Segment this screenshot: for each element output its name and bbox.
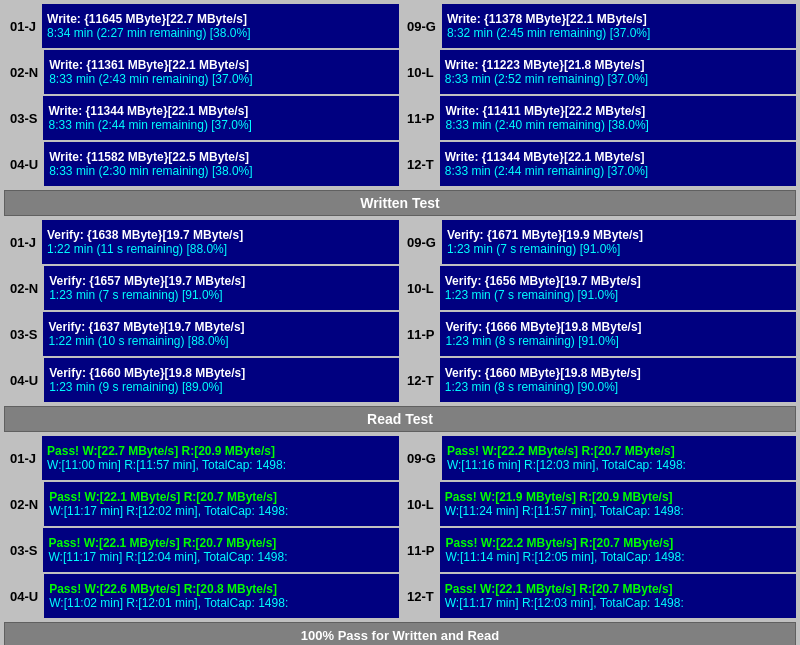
drive-cell: Pass! W:[22.1 MByte/s] R:[20.7 MByte/s]W… [44,482,399,526]
cell-line1: Pass! W:[22.2 MByte/s] R:[20.7 MByte/s] [445,536,791,550]
verify-section: 01-JVerify: {1638 MByte}[19.7 MByte/s]1:… [4,220,796,402]
drive-id: 02-N [4,482,44,526]
cell-line1: Verify: {1666 MByte}[19.8 MByte/s] [445,320,791,334]
drive-id: 09-G [401,436,442,480]
drive-cell: Verify: {1638 MByte}[19.7 MByte/s]1:22 m… [42,220,399,264]
read-section: 01-JPass! W:[22.7 MByte/s] R:[20.9 MByte… [4,436,796,618]
cell-line2: W:[11:17 min] R:[12:02 min], TotalCap: 1… [49,504,394,518]
cell-line2: 8:33 min (2:43 min remaining) [37.0%] [49,72,394,86]
row-right-09g: 09-GWrite: {11378 MByte}[22.1 MByte/s]8:… [401,4,796,48]
drive-cell: Write: {11344 MByte}[22.1 MByte/s]8:33 m… [440,142,796,186]
cell-line2: 8:33 min (2:44 min remaining) [37.0%] [445,164,791,178]
row-left-01j: 01-JVerify: {1638 MByte}[19.7 MByte/s]1:… [4,220,399,264]
cell-line2: W:[11:17 min] R:[12:03 min], TotalCap: 1… [445,596,791,610]
row-right-12t: 12-TVerify: {1660 MByte}[19.8 MByte/s]1:… [401,358,796,402]
cell-line2: W:[11:00 min] R:[11:57 min], TotalCap: 1… [47,458,394,472]
cell-line2: 1:23 min (8 s remaining) [91.0%] [445,334,791,348]
drive-id: 12-T [401,574,440,618]
cell-line1: Verify: {1638 MByte}[19.7 MByte/s] [47,228,394,242]
drive-id: 04-U [4,142,44,186]
drive-cell: Write: {11223 MByte}[21.8 MByte/s]8:33 m… [440,50,796,94]
drive-id: 01-J [4,436,42,480]
cell-line1: Write: {11582 MByte}[22.5 MByte/s] [49,150,394,164]
written-test-label: Written Test [4,190,796,216]
drive-cell: Verify: {1656 MByte}[19.7 MByte/s]1:23 m… [440,266,796,310]
row-left-04u: 04-UWrite: {11582 MByte}[22.5 MByte/s]8:… [4,142,399,186]
drive-id: 11-P [401,96,440,140]
cell-line2: W:[11:16 min] R:[12:03 min], TotalCap: 1… [447,458,791,472]
drive-cell: Pass! W:[22.2 MByte/s] R:[20.7 MByte/s]W… [440,528,796,572]
drive-cell: Verify: {1660 MByte}[19.8 MByte/s]1:23 m… [44,358,399,402]
cell-line1: Pass! W:[22.2 MByte/s] R:[20.7 MByte/s] [447,444,791,458]
row-left-01j: 01-JWrite: {11645 MByte}[22.7 MByte/s]8:… [4,4,399,48]
drive-cell: Write: {11645 MByte}[22.7 MByte/s]8:34 m… [42,4,399,48]
drive-id: 01-J [4,220,42,264]
row-left-03s: 03-SWrite: {11344 MByte}[22.1 MByte/s]8:… [4,96,399,140]
row-right-10l: 10-LWrite: {11223 MByte}[21.8 MByte/s]8:… [401,50,796,94]
cell-line1: Pass! W:[22.1 MByte/s] R:[20.7 MByte/s] [48,536,394,550]
cell-line1: Verify: {1637 MByte}[19.7 MByte/s] [48,320,394,334]
cell-line1: Verify: {1656 MByte}[19.7 MByte/s] [445,274,791,288]
drive-cell: Pass! W:[22.2 MByte/s] R:[20.7 MByte/s]W… [442,436,796,480]
drive-cell: Write: {11378 MByte}[22.1 MByte/s]8:32 m… [442,4,796,48]
drive-cell: Verify: {1637 MByte}[19.7 MByte/s]1:22 m… [43,312,399,356]
drive-cell: Pass! W:[21.9 MByte/s] R:[20.9 MByte/s]W… [440,482,796,526]
drive-cell: Pass! W:[22.6 MByte/s] R:[20.8 MByte/s]W… [44,574,399,618]
verify-grid: 01-JVerify: {1638 MByte}[19.7 MByte/s]1:… [4,220,796,402]
drive-id: 02-N [4,266,44,310]
cell-line2: W:[11:17 min] R:[12:04 min], TotalCap: 1… [48,550,394,564]
status-bar: 100% Pass for Written and Read [4,622,796,645]
cell-line2: W:[11:02 min] R:[12:01 min], TotalCap: 1… [49,596,394,610]
drive-id: 10-L [401,266,440,310]
row-right-11p: 11-PPass! W:[22.2 MByte/s] R:[20.7 MByte… [401,528,796,572]
drive-id: 12-T [401,358,440,402]
cell-line1: Write: {11344 MByte}[22.1 MByte/s] [48,104,394,118]
drive-cell: Write: {11582 MByte}[22.5 MByte/s]8:33 m… [44,142,399,186]
drive-id: 02-N [4,50,44,94]
cell-line1: Verify: {1671 MByte}[19.9 MByte/s] [447,228,791,242]
cell-line2: W:[11:24 min] R:[11:57 min], TotalCap: 1… [445,504,791,518]
cell-line1: Pass! W:[22.7 MByte/s] R:[20.9 MByte/s] [47,444,394,458]
cell-line2: W:[11:14 min] R:[12:05 min], TotalCap: 1… [445,550,791,564]
drive-cell: Pass! W:[22.1 MByte/s] R:[20.7 MByte/s]W… [43,528,399,572]
cell-line2: 8:33 min (2:40 min remaining) [38.0%] [445,118,791,132]
cell-line1: Pass! W:[22.1 MByte/s] R:[20.7 MByte/s] [49,490,394,504]
row-right-12t: 12-TPass! W:[22.1 MByte/s] R:[20.7 MByte… [401,574,796,618]
drive-cell: Write: {11411 MByte}[22.2 MByte/s]8:33 m… [440,96,796,140]
cell-line1: Pass! W:[22.6 MByte/s] R:[20.8 MByte/s] [49,582,394,596]
write-grid: 01-JWrite: {11645 MByte}[22.7 MByte/s]8:… [4,4,796,186]
drive-id: 11-P [401,528,440,572]
row-left-03s: 03-SPass! W:[22.1 MByte/s] R:[20.7 MByte… [4,528,399,572]
cell-line1: Write: {11645 MByte}[22.7 MByte/s] [47,12,394,26]
drive-id: 10-L [401,50,440,94]
cell-line1: Write: {11361 MByte}[22.1 MByte/s] [49,58,394,72]
cell-line2: 8:33 min (2:52 min remaining) [37.0%] [445,72,791,86]
row-left-04u: 04-UPass! W:[22.6 MByte/s] R:[20.8 MByte… [4,574,399,618]
row-right-11p: 11-PWrite: {11411 MByte}[22.2 MByte/s]8:… [401,96,796,140]
cell-line1: Write: {11378 MByte}[22.1 MByte/s] [447,12,791,26]
row-left-03s: 03-SVerify: {1637 MByte}[19.7 MByte/s]1:… [4,312,399,356]
cell-line2: 1:22 min (10 s remaining) [88.0%] [48,334,394,348]
drive-id: 03-S [4,96,43,140]
cell-line1: Verify: {1660 MByte}[19.8 MByte/s] [445,366,791,380]
row-right-10l: 10-LPass! W:[21.9 MByte/s] R:[20.9 MByte… [401,482,796,526]
row-left-04u: 04-UVerify: {1660 MByte}[19.8 MByte/s]1:… [4,358,399,402]
cell-line1: Verify: {1660 MByte}[19.8 MByte/s] [49,366,394,380]
row-right-09g: 09-GPass! W:[22.2 MByte/s] R:[20.7 MByte… [401,436,796,480]
cell-line1: Write: {11411 MByte}[22.2 MByte/s] [445,104,791,118]
drive-id: 09-G [401,220,442,264]
row-right-10l: 10-LVerify: {1656 MByte}[19.7 MByte/s]1:… [401,266,796,310]
cell-line2: 1:22 min (11 s remaining) [88.0%] [47,242,394,256]
row-right-11p: 11-PVerify: {1666 MByte}[19.8 MByte/s]1:… [401,312,796,356]
drive-id: 10-L [401,482,440,526]
row-left-02n: 02-NPass! W:[22.1 MByte/s] R:[20.7 MByte… [4,482,399,526]
drive-cell: Verify: {1666 MByte}[19.8 MByte/s]1:23 m… [440,312,796,356]
cell-line2: 8:33 min (2:30 min remaining) [38.0%] [49,164,394,178]
drive-id: 03-S [4,528,43,572]
cell-line1: Pass! W:[21.9 MByte/s] R:[20.9 MByte/s] [445,490,791,504]
drive-cell: Verify: {1660 MByte}[19.8 MByte/s]1:23 m… [440,358,796,402]
cell-line2: 8:34 min (2:27 min remaining) [38.0%] [47,26,394,40]
drive-cell: Write: {11344 MByte}[22.1 MByte/s]8:33 m… [43,96,399,140]
cell-line2: 8:32 min (2:45 min remaining) [37.0%] [447,26,791,40]
row-right-09g: 09-GVerify: {1671 MByte}[19.9 MByte/s]1:… [401,220,796,264]
